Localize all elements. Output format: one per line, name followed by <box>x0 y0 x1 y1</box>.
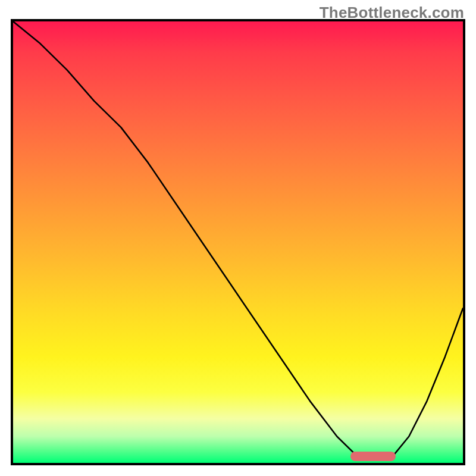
chart-stage: TheBottleneck.com <box>0 0 476 476</box>
plot-area <box>11 19 465 465</box>
plot-frame <box>11 19 465 465</box>
